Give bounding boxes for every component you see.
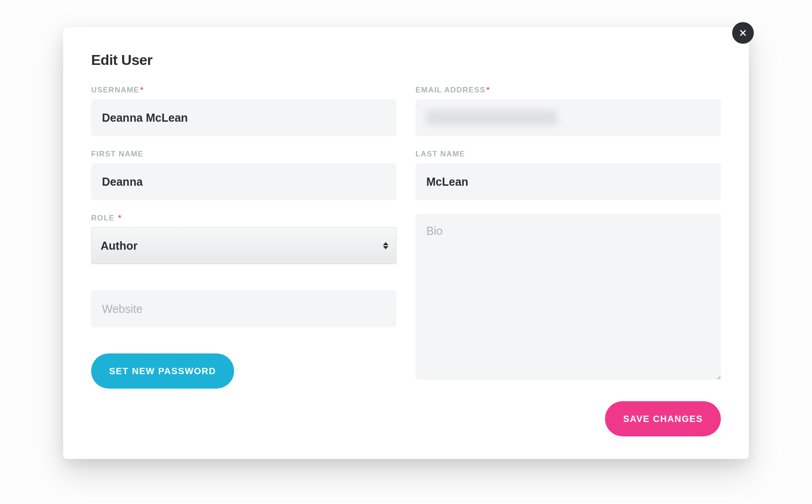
bio-textarea[interactable] — [415, 214, 721, 380]
last-name-label: LAST NAME — [415, 150, 721, 159]
set-new-password-button[interactable]: SET NEW PASSWORD — [91, 353, 234, 389]
modal-panel: Edit User USERNAME* EMAIL ADDRESS* FIRST — [63, 27, 749, 459]
close-button[interactable] — [732, 22, 754, 44]
last-name-input[interactable] — [415, 163, 721, 200]
email-label-text: EMAIL ADDRESS — [415, 86, 485, 94]
first-name-input[interactable] — [91, 163, 397, 200]
edit-user-modal: Edit User USERNAME* EMAIL ADDRESS* FIRST — [63, 27, 749, 459]
username-label: USERNAME* — [91, 86, 397, 95]
redacted-email-value — [426, 110, 557, 125]
first-name-field-group: FIRST NAME — [91, 150, 397, 200]
required-marker: * — [140, 86, 144, 94]
website-field-group — [91, 290, 397, 327]
close-icon — [738, 28, 747, 37]
role-label: ROLE * — [91, 214, 397, 223]
username-field-group: USERNAME* — [91, 86, 397, 136]
username-label-text: USERNAME — [91, 86, 139, 94]
email-field-group: EMAIL ADDRESS* — [415, 86, 721, 136]
website-input[interactable] — [91, 290, 397, 327]
role-label-text: ROLE — [91, 214, 115, 222]
email-input[interactable] — [415, 99, 721, 136]
lower-row: ROLE * Author — [91, 214, 721, 389]
required-marker: * — [486, 86, 490, 94]
role-field-group: ROLE * Author — [91, 214, 397, 264]
left-lower-stack: ROLE * Author — [91, 214, 397, 389]
email-label: EMAIL ADDRESS* — [415, 86, 721, 95]
form-grid: USERNAME* EMAIL ADDRESS* FIRST NAME LAST… — [91, 86, 721, 389]
bio-field-group — [415, 214, 721, 380]
role-select[interactable]: Author — [91, 227, 397, 264]
save-changes-button[interactable]: SAVE CHANGES — [605, 401, 721, 436]
modal-title: Edit User — [91, 52, 721, 69]
first-name-label: FIRST NAME — [91, 150, 397, 159]
footer-button-row: SAVE CHANGES — [91, 401, 721, 436]
username-input[interactable] — [91, 99, 397, 136]
required-marker: * — [118, 214, 122, 222]
role-select-wrap: Author — [91, 227, 397, 264]
last-name-field-group: LAST NAME — [415, 150, 721, 200]
